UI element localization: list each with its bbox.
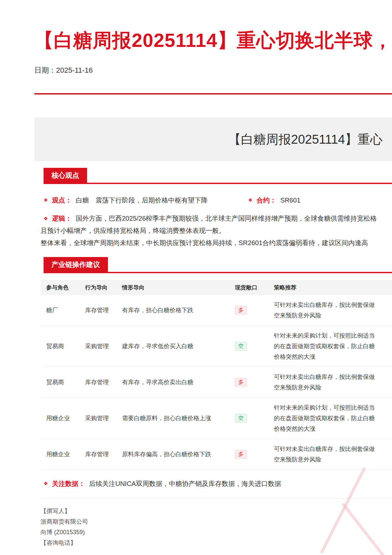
exposure-badge-long: 多 [235, 378, 247, 387]
exposure-cell: 多 [235, 306, 274, 314]
col-header-role: 参与角色 [46, 284, 85, 291]
footer-block: 【撰写人】 浙商期货有限公司 向博 (Z0015359) 【咨询电话】 [41, 506, 392, 548]
col-header-behavior: 行为导向 [85, 284, 122, 291]
role-cell: 用糖企业 [46, 414, 85, 422]
focus-label: 关注数据： [52, 479, 85, 488]
advice-table: 参与角色 行为导向 情形导向 现货敞口 策略推荐 糖厂 库存管理 有库存，担心白… [41, 280, 392, 470]
table-row: 贸易商 库存管理 有库存，寻求高价卖出白糖 多 可针对未卖出白糖库存，按比例套保… [41, 367, 392, 398]
banner-title: 【白糖周报20251114】重心 [34, 131, 382, 148]
focus-data-item: ❖ 关注数据： 后续关注UNICA双周数据，中糖协产销及库存数据，海关进口数据 [44, 479, 392, 488]
strategy-cell: 可针对未卖出白糖库存，按比例套保做 空来预防意外风险 [274, 372, 392, 393]
advice-section-badge: 产业链操作建议 [44, 257, 108, 272]
role-cell: 用糖企业 [46, 450, 85, 458]
situation-cell: 有库存，寻求高价卖出白糖 [122, 378, 235, 386]
logic-paragraph: ❖ 逻辑： 国外方面，巴西2025/26榨季丰产预期较强，北半球主产国同样维持增… [41, 212, 392, 249]
table-row: 糖厂 库存管理 有库存，担心白糖价格下跌 多 可针对未卖出白糖库存，按比例套保做… [41, 295, 392, 326]
situation-cell: 需要白糖原料，担心白糖价格上涨 [122, 414, 235, 422]
situation-cell: 原料库存偏高，担心白糖价格下跌 [122, 450, 235, 458]
title-banner: 【白糖周报20251114】重心 [34, 118, 392, 161]
col-header-exposure: 现货敞口 [235, 284, 274, 291]
author-name: 向博 (Z0015359) [41, 527, 392, 537]
diamond-bullet-icon: ❖ [44, 195, 48, 205]
table-row: 贸易商 采购管理 建库存，寻求低价买入白糖 空 针对未来的采购计划，可按照比例适… [41, 326, 392, 367]
contract-label: 合约： [256, 195, 276, 205]
core-section-badge: 核心观点 [44, 168, 87, 183]
report-page: 【白糖周报20251114】重心切换北半球，印 日期： 2025-11-16 【… [0, 29, 392, 548]
exposure-cell: 空 [235, 414, 274, 423]
exposure-cell: 多 [235, 450, 274, 459]
strategy-cell: 可针对未卖出白糖库存，按比例套保做 空来预防意外风险 [274, 300, 392, 321]
red-divider-rule [34, 93, 392, 94]
behavior-cell: 采购管理 [85, 414, 122, 422]
logic-line1: 国外方面，巴西2025/26榨季丰产预期较强，北半球主产国同样维持增产预期，全球… [76, 212, 376, 225]
logic-label: 逻辑： [52, 212, 72, 225]
logic-rest-lines: 且预计小幅增产，供应维持宽松格局，终端消费整体表现一般。 整体来看，全球增产周期… [41, 225, 392, 249]
behavior-cell: 采购管理 [85, 342, 122, 350]
exposure-cell: 空 [235, 342, 274, 351]
viewpoint-item: ❖ 观点： 白糖 震荡下行阶段，后期价格中枢有望下降 [44, 195, 392, 205]
exposure-badge-long: 多 [235, 306, 247, 314]
diamond-bullet-icon: ❖ [44, 479, 48, 488]
section-header-advice: 产业链操作建议 [44, 257, 392, 273]
role-cell: 糖厂 [46, 306, 85, 314]
situation-cell: 有库存，担心白糖价格下跌 [122, 306, 235, 314]
behavior-cell: 库存管理 [85, 378, 122, 386]
phone-section-header: 【咨询电话】 [41, 537, 392, 548]
publish-date: 日期： 2025-11-16 [34, 66, 392, 75]
core-points-row: ❖ 观点： 白糖 震荡下行阶段，后期价格中枢有望下降 ❖ 合约： SR601 [44, 195, 392, 205]
viewpoint-text: 白糖 震荡下行阶段，后期价格中枢有望下降 [76, 195, 208, 205]
strategy-cell: 可针对未卖出白糖库存，按比例套保做 空来预防意外风险 [274, 444, 392, 465]
table-row: 用糖企业 库存管理 原料库存偏高，担心白糖价格下跌 多 可针对未卖出白糖库存，按… [41, 439, 392, 470]
date-label: 日期： [34, 66, 56, 75]
behavior-cell: 库存管理 [85, 450, 122, 458]
section-header-core: 核心观点 [44, 168, 392, 184]
focus-text: 后续关注UNICA双周数据，中糖协产销及库存数据，海关进口数据 [89, 479, 281, 488]
exposure-badge-short: 空 [235, 414, 247, 423]
role-cell: 贸易商 [46, 342, 85, 350]
table-row: 用糖企业 采购管理 需要白糖原料，担心白糖价格上涨 空 针对未来的采购计划，可按… [41, 398, 392, 439]
col-header-situation: 情形导向 [122, 284, 235, 291]
situation-cell: 建库存，寻求低价买入白糖 [122, 342, 235, 350]
viewpoint-label: 观点： [52, 195, 72, 205]
table-header-row: 参与角色 行为导向 情形导向 现货敞口 策略推荐 [41, 280, 392, 295]
exposure-badge-short: 空 [235, 342, 247, 351]
logic-first-line: ❖ 逻辑： 国外方面，巴西2025/26榨季丰产预期较强，北半球主产国同样维持增… [44, 212, 392, 225]
exposure-cell: 多 [235, 378, 274, 387]
date-value: 2025-11-16 [56, 66, 93, 75]
diamond-bullet-icon: ❖ [248, 195, 252, 205]
role-cell: 贸易商 [46, 378, 85, 386]
diamond-bullet-icon: ❖ [44, 212, 48, 225]
strategy-cell: 针对未来的采购计划，可按照比例适当 的在盘面做期货或期权套保，防止白糖 价格突然… [274, 330, 392, 362]
contract-value: SR601 [280, 195, 300, 205]
contract-item: ❖ 合约： SR601 [248, 195, 301, 205]
behavior-cell: 库存管理 [85, 306, 122, 314]
col-header-strategy: 策略推荐 [274, 284, 392, 291]
page-title: 【白糖周报20251114】重心切换北半球，印 [34, 29, 392, 52]
exposure-badge-long: 多 [235, 450, 247, 459]
footer-divider [41, 498, 392, 499]
strategy-cell: 针对未来的采购计划，可按照比例适当 的在盘面做期货或期权套保，防止白糖 价格突然… [274, 402, 392, 434]
